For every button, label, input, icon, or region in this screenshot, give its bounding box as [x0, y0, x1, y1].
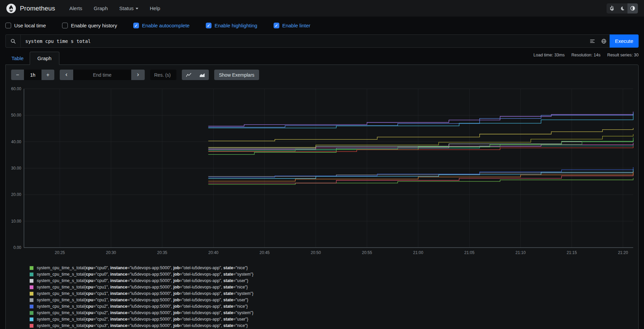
- settings-icon[interactable]: [607, 3, 617, 14]
- resolution-input[interactable]: [150, 70, 176, 80]
- prometheus-app: Prometheus Alerts Graph Status Help Use …: [0, 0, 644, 329]
- brand[interactable]: Prometheus: [6, 3, 55, 14]
- options-row: Use local timeEnable query history✓Enabl…: [0, 17, 644, 34]
- contrast-icon[interactable]: [627, 3, 638, 14]
- result-series: Result series: 30: [607, 53, 639, 57]
- query-input-group: [5, 34, 610, 48]
- chart-wrap: 20:2520:3020:3520:4020:4520:5020:5521:00…: [8, 86, 636, 257]
- nav-item-status[interactable]: Status: [119, 5, 139, 11]
- query-input[interactable]: [21, 39, 587, 44]
- legend-item[interactable]: system_cpu_time_s_total{cpu="cpu1", inst…: [29, 291, 636, 296]
- svg-text:40.00: 40.00: [11, 140, 21, 144]
- svg-text:21:10: 21:10: [515, 250, 526, 255]
- legend-item[interactable]: system_cpu_time_s_total{cpu="cpu0", inst…: [29, 278, 636, 283]
- legend-swatch: [29, 317, 34, 322]
- theme-toggle-group: [607, 3, 638, 14]
- option-label: Use local time: [14, 23, 46, 28]
- legend-item[interactable]: system_cpu_time_s_total{cpu="cpu2", inst…: [29, 304, 636, 309]
- legend-label: system_cpu_time_s_total{cpu="cpu0", inst…: [37, 272, 253, 277]
- legend-label: system_cpu_time_s_total{cpu="cpu3", inst…: [37, 323, 248, 328]
- metrics-explorer-icon[interactable]: [587, 35, 598, 47]
- end-time-group: ‹ ›: [60, 70, 145, 80]
- tab-graph[interactable]: Graph: [30, 52, 59, 65]
- globe-icon[interactable]: [598, 35, 610, 47]
- show-exemplars-button[interactable]: Show Exemplars: [214, 70, 259, 80]
- svg-text:21:05: 21:05: [464, 250, 474, 255]
- svg-text:21:15: 21:15: [567, 250, 577, 255]
- line-chart-icon[interactable]: [182, 70, 195, 80]
- legend-label: system_cpu_time_s_total{cpu="cpu2", inst…: [37, 317, 248, 322]
- option-label: Enable autocomplete: [142, 23, 190, 28]
- legend-item[interactable]: system_cpu_time_s_total{cpu="cpu0", inst…: [29, 265, 636, 270]
- legend-swatch: [29, 266, 34, 270]
- legend-label: system_cpu_time_s_total{cpu="cpu0", inst…: [37, 278, 248, 283]
- legend-label: system_cpu_time_s_total{cpu="cpu1", inst…: [37, 285, 248, 289]
- legend-label: system_cpu_time_s_total{cpu="cpu1", inst…: [37, 298, 248, 302]
- svg-text:0.00: 0.00: [13, 245, 22, 250]
- svg-text:21:20: 21:20: [618, 250, 628, 255]
- navbar: Prometheus Alerts Graph Status Help: [0, 0, 644, 17]
- svg-text:20:45: 20:45: [259, 250, 270, 255]
- tab-table[interactable]: Table: [5, 52, 30, 65]
- meta-row: Table Graph Load time: 33ms Resolution: …: [5, 52, 639, 65]
- chevron-left-icon[interactable]: ‹: [60, 70, 73, 80]
- legend-item[interactable]: system_cpu_time_s_total{cpu="cpu2", inst…: [29, 317, 636, 322]
- svg-text:20:50: 20:50: [311, 250, 321, 255]
- increase-range-button[interactable]: +: [41, 70, 54, 80]
- legend-item[interactable]: system_cpu_time_s_total{cpu="cpu0", inst…: [29, 272, 636, 277]
- graph-controls: − + ‹ › Show Exemplars: [11, 70, 633, 80]
- option-use-local-time[interactable]: Use local time: [5, 23, 46, 28]
- legend-item[interactable]: system_cpu_time_s_total{cpu="cpu1", inst…: [29, 285, 636, 289]
- chevron-down-icon: [136, 8, 138, 9]
- svg-text:20:25: 20:25: [55, 250, 65, 255]
- svg-text:60.00: 60.00: [11, 86, 21, 91]
- time-series-chart[interactable]: 20:2520:3020:3520:4020:4520:5020:5521:00…: [8, 86, 637, 257]
- svg-text:21:00: 21:00: [413, 250, 423, 255]
- query-row: Execute: [5, 34, 639, 48]
- option-label: Enable linter: [282, 23, 310, 28]
- svg-text:50.00: 50.00: [11, 113, 21, 118]
- legend-label: system_cpu_time_s_total{cpu="cpu2", inst…: [37, 310, 253, 315]
- legend-swatch: [29, 304, 34, 309]
- range-group: − +: [11, 70, 54, 80]
- legend-item[interactable]: system_cpu_time_s_total{cpu="cpu2", inst…: [29, 310, 636, 315]
- svg-text:20:40: 20:40: [208, 250, 219, 255]
- nav-item-help[interactable]: Help: [150, 5, 160, 11]
- option-enable-linter[interactable]: ✓Enable linter: [274, 23, 310, 28]
- end-time-input[interactable]: [73, 70, 131, 80]
- svg-text:30.00: 30.00: [11, 166, 21, 171]
- legend-label: system_cpu_time_s_total{cpu="cpu1", inst…: [37, 291, 253, 296]
- nav-item-status-label: Status: [119, 5, 134, 11]
- nav-item-graph[interactable]: Graph: [94, 5, 108, 11]
- nav-links: Alerts Graph Status Help: [69, 5, 160, 11]
- query-stats: Load time: 33ms Resolution: 14s Result s…: [533, 52, 639, 57]
- chevron-right-icon[interactable]: ›: [131, 70, 145, 80]
- legend-item[interactable]: system_cpu_time_s_total{cpu="cpu1", inst…: [29, 298, 636, 302]
- stacked-chart-icon[interactable]: [195, 70, 209, 80]
- graph-panel: − + ‹ › Show Exemplars 20:2520:3020: [5, 65, 639, 329]
- range-input[interactable]: [24, 70, 41, 80]
- option-label: Enable query history: [71, 23, 117, 28]
- option-enable-autocomplete[interactable]: ✓Enable autocomplete: [133, 23, 190, 28]
- option-enable-query-history[interactable]: Enable query history: [62, 23, 117, 28]
- decrease-range-button[interactable]: −: [11, 70, 24, 80]
- nav-item-alerts[interactable]: Alerts: [69, 5, 82, 11]
- tabs: Table Graph: [5, 52, 59, 65]
- legend-label: system_cpu_time_s_total{cpu="cpu0", inst…: [37, 265, 248, 270]
- svg-text:20:35: 20:35: [157, 250, 167, 255]
- option-label: Enable highlighting: [215, 23, 257, 28]
- resolution: Resolution: 14s: [571, 53, 600, 57]
- prometheus-logo-icon: [6, 3, 16, 14]
- checkbox-checked-icon[interactable]: ✓: [206, 23, 212, 28]
- checkbox-checked-icon[interactable]: ✓: [133, 23, 139, 28]
- moon-icon[interactable]: [617, 3, 627, 14]
- legend-item[interactable]: system_cpu_time_s_total{cpu="cpu3", inst…: [29, 323, 636, 328]
- checkbox-unchecked-icon[interactable]: [62, 23, 68, 28]
- svg-text:10.00: 10.00: [11, 219, 21, 224]
- option-enable-highlighting[interactable]: ✓Enable highlighting: [206, 23, 257, 28]
- checkbox-checked-icon[interactable]: ✓: [274, 23, 279, 28]
- legend: system_cpu_time_s_total{cpu="cpu0", inst…: [8, 265, 636, 328]
- execute-button[interactable]: Execute: [610, 34, 639, 48]
- checkbox-unchecked-icon[interactable]: [5, 23, 11, 28]
- brand-title: Prometheus: [20, 5, 55, 12]
